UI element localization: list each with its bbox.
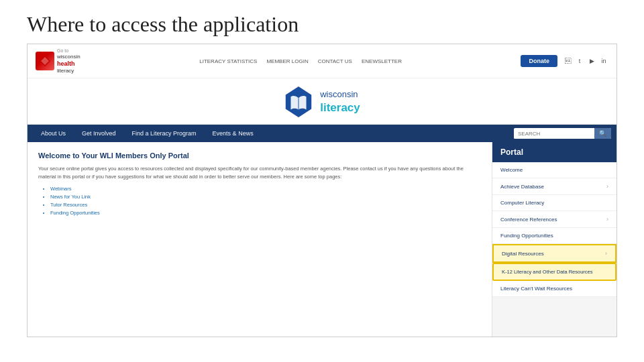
chevron-right-icon: › [606, 183, 608, 190]
main-nav-links: About Us Get Involved Find a Literacy Pr… [33, 125, 262, 142]
top-nav-links: LITERACY STATISTICS MEMBER LOGIN CONTACT… [199, 58, 402, 64]
list-item: Tutor Resources [50, 202, 481, 208]
events-news-link[interactable]: Events & News [205, 125, 262, 142]
list-item: Funding Opportunities [50, 210, 481, 216]
page-title: Where to access the application [0, 0, 644, 44]
sidebar-item-funding[interactable]: Funding Opportunities [492, 228, 616, 244]
tutor-resources-link[interactable]: Tutor Resources [50, 202, 87, 208]
content-area: Welcome to Your WLI Members Only Portal … [28, 142, 616, 337]
youtube-icon[interactable]: ▶ [587, 56, 596, 66]
main-navigation: About Us Get Involved Find a Literacy Pr… [28, 125, 616, 142]
chevron-right-icon: › [605, 250, 607, 257]
member-login-link[interactable]: MEMBER LOGIN [266, 58, 308, 64]
social-icons:  t ▶ in [563, 56, 608, 66]
contact-us-link[interactable]: CONTACT US [318, 58, 352, 64]
search-box[interactable]: 🔍 [514, 128, 611, 139]
wli-logo-text: wisconsin literacy [320, 89, 360, 115]
funding-link[interactable]: Funding Opportunities [50, 210, 100, 216]
facebook-icon[interactable]:  [563, 56, 572, 66]
sidebar: Portal Welcome Achieve Database › Comput… [492, 142, 616, 337]
search-button[interactable]: 🔍 [594, 128, 611, 139]
chevron-right-icon: › [606, 216, 608, 223]
svg-marker-1 [41, 57, 49, 65]
list-item: News for You Link [50, 194, 481, 200]
whl-logo: Go to wisconsin health literacy [36, 48, 80, 74]
whl-logo-text: Go to wisconsin health literacy [57, 48, 80, 74]
sidebar-item-k12[interactable]: K-12 Literacy and Other Data Resources [492, 263, 616, 281]
sidebar-item-conference[interactable]: Conference References › [492, 211, 616, 228]
about-us-link[interactable]: About Us [33, 125, 74, 142]
top-nav-left: Go to wisconsin health literacy [36, 48, 80, 74]
top-navigation: Go to wisconsin health literacy LITERACY… [28, 44, 616, 78]
search-input[interactable] [514, 129, 594, 139]
sidebar-item-welcome[interactable]: Welcome [492, 162, 616, 178]
logo-area: wisconsin literacy [28, 78, 616, 125]
sidebar-item-digital[interactable]: Digital Resources › [492, 244, 616, 263]
sidebar-item-literacy-wait[interactable]: Literacy Can't Wait Resources [492, 281, 616, 297]
linkedin-icon[interactable]: in [599, 56, 608, 66]
news-link[interactable]: News for You Link [50, 194, 91, 200]
content-heading: Welcome to Your WLI Members Only Portal [38, 152, 481, 160]
screenshot-container: Go to wisconsin health literacy LITERACY… [27, 44, 617, 337]
find-literacy-program-link[interactable]: Find a Literacy Program [124, 125, 205, 142]
enewsletter-link[interactable]: ENEWSLETTER [362, 58, 402, 64]
list-item: Webinars [50, 186, 481, 192]
wli-logo-diamond [284, 85, 313, 119]
wli-logo: wisconsin literacy [284, 85, 360, 119]
content-body: Your secure online portal gives you acce… [38, 165, 481, 180]
sidebar-item-computer[interactable]: Computer Literacy [492, 195, 616, 211]
portal-menu: Welcome Achieve Database › Computer Lite… [492, 162, 616, 297]
get-involved-link[interactable]: Get Involved [74, 125, 124, 142]
top-nav-right: Donate  t ▶ in [521, 55, 608, 67]
content-list: Webinars News for You Link Tutor Resourc… [38, 186, 481, 216]
main-content: Welcome to Your WLI Members Only Portal … [28, 142, 492, 337]
literacy-statistics-link[interactable]: LITERACY STATISTICS [199, 58, 257, 64]
portal-header: Portal [492, 142, 616, 162]
whl-logo-icon [36, 52, 54, 70]
twitter-icon[interactable]: t [575, 56, 584, 66]
donate-button[interactable]: Donate [521, 55, 557, 67]
sidebar-item-achieve[interactable]: Achieve Database › [492, 178, 616, 195]
webinars-link[interactable]: Webinars [50, 186, 72, 192]
